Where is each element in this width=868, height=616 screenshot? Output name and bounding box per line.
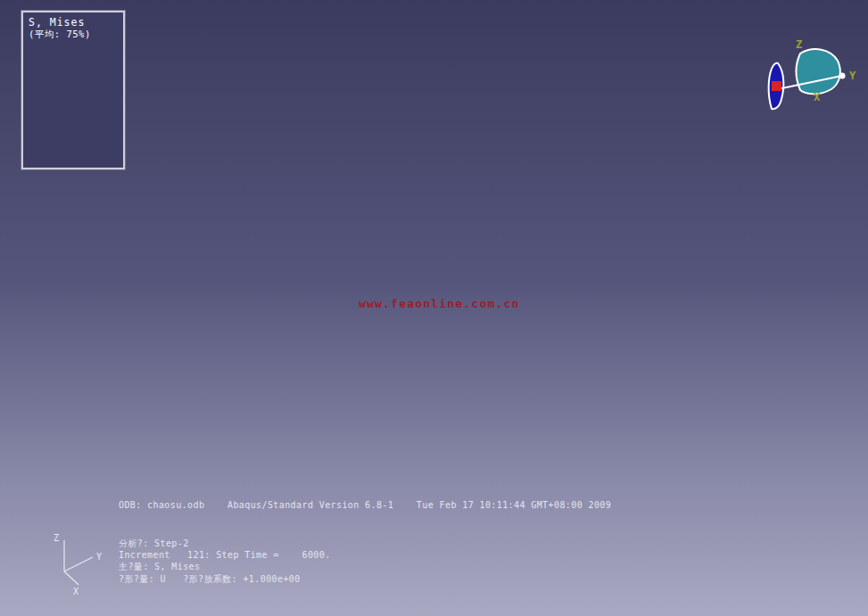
legend-scale bbox=[23, 12, 123, 168]
compass-x-label: X bbox=[814, 91, 821, 103]
triad-y-axis bbox=[64, 557, 93, 571]
compass-red-marker[interactable] bbox=[772, 81, 781, 91]
origin-triad: Z Y X bbox=[45, 528, 107, 599]
triad-z-label: Z bbox=[54, 533, 59, 543]
deformed-var-line: ?形?量: U ?形?放系数: +1.000e+00 bbox=[119, 573, 331, 585]
triad-x-label: X bbox=[73, 587, 79, 596]
primary-var-line: 主?量: S, Mises bbox=[119, 561, 331, 572]
compass-fan-shape[interactable] bbox=[797, 49, 840, 94]
watermark-text: www.feaonline.com.cn bbox=[359, 297, 520, 310]
compass-z-label: Z bbox=[796, 38, 802, 51]
triad-y-label: Y bbox=[96, 552, 102, 562]
compass-y-label: Y bbox=[849, 70, 856, 82]
abaqus-viewport[interactable]: www.feaonline.com.cn S, Mises (平均: 75%) … bbox=[0, 0, 868, 616]
frame-state-block: 分析?: Step-2 Increment 121: Step Time = 6… bbox=[119, 538, 331, 585]
view-compass[interactable]: Z Y X bbox=[760, 36, 867, 127]
step-line: 分析?: Step-2 bbox=[119, 538, 331, 549]
triad-x-axis bbox=[64, 571, 79, 585]
contour-legend: S, Mises (平均: 75%) bbox=[21, 11, 125, 169]
compass-free-rotate-dot[interactable] bbox=[839, 73, 846, 79]
odb-info-line: ODB: chaosu.odb Abaqus/Standard Version … bbox=[119, 500, 611, 510]
increment-line: Increment 121: Step Time = 6000. bbox=[119, 549, 331, 561]
